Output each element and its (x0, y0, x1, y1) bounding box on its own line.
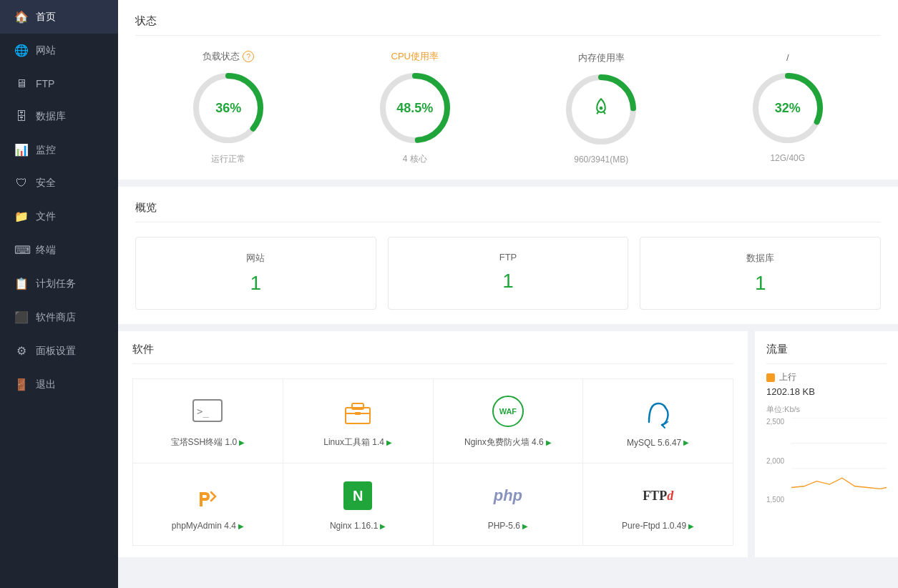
sidebar-label-website: 网站 (36, 44, 56, 57)
logout-icon: 🚪 (14, 378, 29, 391)
main-content: 状态 负载状态 ? 36% 运行正常 (118, 0, 898, 588)
load-label: 负载状态 ? (202, 50, 254, 63)
overview-card-database[interactable]: 数据库 1 (640, 237, 881, 310)
overview-card-ftp[interactable]: FTP 1 (388, 237, 629, 310)
memory-label: 内存使用率 (578, 52, 625, 64)
ftp-icon: 🖥 (14, 77, 29, 90)
cpu-value: 48.5% (396, 101, 433, 116)
website-icon: 🌐 (14, 44, 29, 57)
php-name: PHP-5.6 ▶ (488, 521, 528, 531)
sidebar-item-settings[interactable]: ⚙ 面板设置 (0, 334, 118, 368)
sidebar-label-settings: 面板设置 (36, 345, 76, 358)
status-section: 状态 负载状态 ? 36% 运行正常 (118, 0, 898, 180)
sidebar-item-monitor[interactable]: 📊 监控 (0, 133, 118, 167)
svg-rect-14 (355, 412, 361, 415)
sidebar-item-files[interactable]: 📁 文件 (0, 200, 118, 233)
sidebar-item-security[interactable]: 🛡 安全 (0, 167, 118, 200)
mysql-play-icon: ▶ (683, 438, 689, 446)
software-item-nginx[interactable]: N Nginx 1.16.1 ▶ (283, 464, 434, 546)
php-icon-wrap: php (490, 478, 526, 514)
traffic-legend: 上行 (766, 371, 887, 383)
traffic-section: 流量 上行 1202.18 KB 单位:Kb/s 2,500 2,000 1,5… (755, 331, 898, 557)
php-icon: php (494, 486, 522, 505)
question-icon[interactable]: ? (243, 51, 254, 62)
software-item-mysql[interactable]: MySQL 5.6.47 ▶ (583, 379, 733, 464)
sidebar-item-ftp[interactable]: 🖥 FTP (0, 67, 118, 100)
software-item-waf[interactable]: WAF Nginx免费防火墙 4.6 ▶ (434, 379, 584, 464)
sidebar-item-terminal[interactable]: ⌨ 终端 (0, 233, 118, 267)
sidebar-item-home[interactable]: 🏠 首页 (0, 0, 118, 34)
cron-icon: 📋 (14, 277, 29, 290)
ftp-card-value: 1 (403, 270, 614, 293)
terminal-icon: ⌨ (14, 243, 29, 257)
disk-label: / (786, 52, 789, 63)
toolbox-icon-wrap (340, 393, 376, 429)
software-grid: >_ 宝塔SSH终端 1.0 ▶ (132, 378, 733, 546)
mysql-icon-wrap (640, 395, 676, 431)
sidebar-item-database[interactable]: 🗄 数据库 (0, 100, 118, 133)
sidebar-item-appstore[interactable]: ⬛ 软件商店 (0, 300, 118, 334)
sidebar-item-cron[interactable]: 📋 计划任务 (0, 267, 118, 300)
phpmyadmin-icon-wrap (190, 478, 225, 514)
sidebar-label-security: 安全 (36, 177, 56, 190)
toolbox-name: Linux工具箱 1.4 ▶ (323, 436, 392, 449)
sidebar-label-terminal: 终端 (36, 244, 56, 257)
status-card-load: 负载状态 ? 36% 运行正常 (135, 50, 322, 165)
sidebar-label-home: 首页 (36, 11, 56, 24)
overview-title: 概览 (135, 201, 881, 222)
settings-icon: ⚙ (14, 344, 29, 358)
memory-sub: 960/3941(MB) (574, 155, 628, 165)
y-label-2000: 2,000 (766, 457, 784, 465)
sidebar-item-logout[interactable]: 🚪 退出 (0, 368, 118, 401)
traffic-chart-svg (791, 418, 887, 494)
traffic-chart: 2,500 2,000 1,500 (766, 418, 887, 518)
memory-ring (562, 70, 640, 149)
software-item-ssh[interactable]: >_ 宝塔SSH终端 1.0 ▶ (133, 379, 283, 464)
appstore-icon: ⬛ (14, 310, 29, 324)
database-card-value: 1 (655, 272, 866, 295)
sidebar: 🏠 首页 🌐 网站 🖥 FTP 🗄 数据库 📊 监控 🛡 安全 📁 文件 ⌨ 终… (0, 0, 118, 588)
ftpd-icon: FTPd (643, 489, 673, 504)
database-card-label: 数据库 (655, 252, 866, 265)
ssh-play-icon: ▶ (239, 438, 245, 446)
security-icon: 🛡 (14, 177, 29, 190)
ftpd-play-icon: ▶ (688, 522, 694, 530)
sidebar-label-ftp: FTP (36, 78, 54, 89)
traffic-unit: 单位:Kb/s (766, 404, 887, 415)
traffic-value: 1202.18 KB (766, 386, 887, 397)
cpu-ring: 48.5% (376, 69, 454, 147)
nginx-icon-wrap: N (340, 478, 376, 514)
sidebar-item-website[interactable]: 🌐 网站 (0, 34, 118, 67)
svg-rect-11 (346, 408, 370, 423)
waf-play-icon: ▶ (546, 438, 552, 446)
database-icon: 🗄 (14, 110, 29, 123)
ssh-name: 宝塔SSH终端 1.0 ▶ (171, 436, 245, 449)
website-card-value: 1 (150, 272, 361, 295)
monitor-icon: 📊 (14, 143, 29, 157)
software-item-php[interactable]: php PHP-5.6 ▶ (434, 464, 584, 546)
files-icon: 📁 (14, 210, 29, 223)
software-item-phpmyadmin[interactable]: phpMyAdmin 4.4 ▶ (133, 464, 283, 546)
ftp-card-label: FTP (403, 252, 614, 263)
nginx-play-icon: ▶ (380, 522, 386, 530)
overview-card-website[interactable]: 网站 1 (135, 237, 376, 310)
status-cards: 负载状态 ? 36% 运行正常 CPU使用率 (135, 50, 881, 165)
disk-sub: 12G/40G (770, 153, 805, 163)
status-card-memory: 内存使用率 960/3941(MB) (508, 52, 695, 165)
sidebar-label-cron: 计划任务 (36, 278, 76, 290)
software-section: 软件 >_ 宝塔SSH终端 1.0 ▶ (118, 331, 748, 557)
software-item-toolbox[interactable]: Linux工具箱 1.4 ▶ (283, 379, 434, 464)
upload-legend-label: 上行 (779, 371, 796, 383)
svg-text:>_: >_ (197, 406, 209, 418)
bottom-row: 软件 >_ 宝塔SSH终端 1.0 ▶ (118, 331, 898, 557)
software-title: 软件 (132, 343, 733, 364)
status-card-cpu: CPU使用率 48.5% 4 核心 (322, 50, 509, 165)
status-card-disk: / 32% 12G/40G (695, 52, 882, 163)
y-label-1500: 1,500 (766, 496, 784, 504)
phpmyadmin-play-icon: ▶ (238, 522, 244, 530)
traffic-title: 流量 (766, 343, 887, 364)
software-item-ftpd[interactable]: FTPd Pure-Ftpd 1.0.49 ▶ (583, 464, 733, 546)
status-title: 状态 (135, 14, 881, 36)
website-card-label: 网站 (150, 252, 361, 265)
ftpd-name: Pure-Ftpd 1.0.49 ▶ (622, 521, 694, 531)
